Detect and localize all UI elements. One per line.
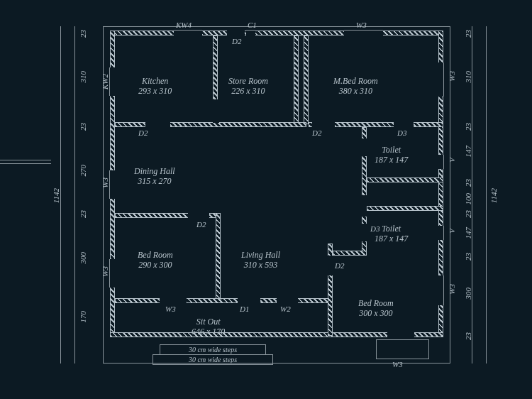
dim-right-d: 147 bbox=[464, 146, 472, 158]
callout-W3-b: W3 bbox=[165, 305, 176, 313]
callout-KW2: KW2 bbox=[101, 74, 109, 89]
callout-W3: W3 bbox=[356, 21, 367, 29]
room-dim: 290 x 300 bbox=[138, 260, 173, 270]
room-store: Store Room 226 x 310 bbox=[228, 76, 268, 97]
room-kitchen: Kitchen 293 x 310 bbox=[138, 76, 172, 97]
callout-W3-l2: W3 bbox=[101, 266, 109, 277]
callout-W3-r2: W3 bbox=[448, 284, 456, 295]
wall bbox=[110, 31, 443, 35]
callout-D2: D2 bbox=[232, 37, 241, 45]
dimension-line bbox=[74, 26, 75, 364]
room-bed-1: Bed Room 290 x 300 bbox=[138, 250, 173, 270]
room-dim: 293 x 310 bbox=[138, 86, 172, 96]
callout-C1: C1 bbox=[248, 21, 257, 29]
room-dim: 187 x 147 bbox=[375, 234, 408, 244]
dim-left-a: 23 bbox=[79, 30, 87, 38]
dim-left-f: 300 bbox=[79, 252, 87, 264]
room-bed-2: Bed Room 300 x 300 bbox=[358, 298, 394, 319]
room-dim: 300 x 300 bbox=[358, 308, 394, 318]
room-name: Sit Out bbox=[192, 317, 225, 327]
dim-left-c: 23 bbox=[79, 123, 87, 131]
dim-right-j: 300 bbox=[464, 288, 472, 300]
dim-right-k: 23 bbox=[464, 332, 472, 340]
dim-right-total: 1142 bbox=[489, 188, 498, 203]
wall bbox=[294, 35, 299, 124]
room-dim: 380 x 310 bbox=[333, 86, 378, 96]
callout-V-1: V bbox=[448, 158, 456, 163]
room-name: Living Hall bbox=[241, 250, 280, 260]
dimension-line bbox=[60, 26, 61, 364]
room-toilet-1: Toilet 187 x 147 bbox=[375, 145, 408, 165]
room-dim: 187 x 147 bbox=[375, 155, 408, 165]
step-note-2: 30 cm wide steps bbox=[153, 354, 273, 365]
room-master-bed: M.Bed Room 380 x 310 bbox=[333, 76, 378, 97]
callout-D2-b: D2 bbox=[312, 129, 321, 137]
room-name: Bed Room bbox=[138, 250, 173, 260]
wall bbox=[367, 206, 443, 211]
callout-V-2: V bbox=[448, 229, 456, 234]
room-name: Toilet bbox=[375, 145, 408, 155]
callout-W3-r1: W3 bbox=[448, 71, 456, 82]
dim-right-b: 310 bbox=[464, 71, 472, 83]
room-sitout: Sit Out 646 x 170 bbox=[192, 317, 225, 337]
dim-left-g: 170 bbox=[79, 311, 87, 323]
wall bbox=[367, 177, 443, 182]
dim-right-h: 147 bbox=[464, 227, 472, 239]
wall bbox=[304, 35, 309, 124]
room-dim: 315 x 270 bbox=[134, 176, 175, 186]
callout-D1: D1 bbox=[240, 305, 249, 313]
dim-right-a: 23 bbox=[464, 30, 472, 38]
callout-D2-d: D2 bbox=[335, 261, 344, 270]
wall bbox=[216, 213, 221, 302]
room-name: Bed Room bbox=[358, 298, 394, 308]
dim-right-f: 100 bbox=[464, 193, 472, 205]
callout-D3-b: D3 bbox=[370, 224, 379, 233]
room-name: Store Room bbox=[228, 76, 268, 86]
callout-W3-l1: W3 bbox=[101, 177, 109, 188]
room-dim: 226 x 310 bbox=[228, 86, 268, 96]
step-note-1: 30 cm wide steps bbox=[160, 344, 266, 355]
dim-right-e: 23 bbox=[464, 179, 472, 187]
callout-W2: W2 bbox=[280, 305, 291, 313]
dim-right-g: 23 bbox=[464, 210, 472, 218]
dim-right-i: 23 bbox=[464, 253, 472, 261]
dim-right-c: 23 bbox=[464, 123, 472, 131]
room-living: Living Hall 310 x 593 bbox=[241, 250, 280, 270]
dim-left-e: 23 bbox=[79, 210, 87, 218]
dim-left-b: 310 bbox=[79, 71, 87, 83]
callout-D2-a: D2 bbox=[138, 129, 148, 137]
floor-plan-canvas: Kitchen 293 x 310 Store Room 226 x 310 M… bbox=[0, 0, 532, 399]
room-name: M.Bed Room bbox=[333, 76, 378, 86]
room-dim: 310 x 593 bbox=[241, 260, 280, 270]
room-name: Kitchen bbox=[138, 76, 172, 86]
dim-left-d: 270 bbox=[79, 165, 87, 177]
callout-D3-a: D3 bbox=[397, 129, 406, 137]
wall bbox=[115, 122, 306, 127]
callout-D2-c: D2 bbox=[196, 220, 206, 229]
dim-left-total: 1142 bbox=[52, 188, 60, 203]
room-dining: Dining Hall 315 x 270 bbox=[134, 166, 175, 187]
wall bbox=[333, 251, 367, 256]
room-dim: 646 x 170 bbox=[192, 327, 225, 337]
callout-W3-br: W3 bbox=[392, 360, 403, 368]
room-name: Dining Hall bbox=[134, 166, 175, 176]
porch-outline bbox=[376, 339, 429, 359]
callout-KW4: KW4 bbox=[176, 21, 192, 29]
dimension-line bbox=[486, 26, 487, 364]
